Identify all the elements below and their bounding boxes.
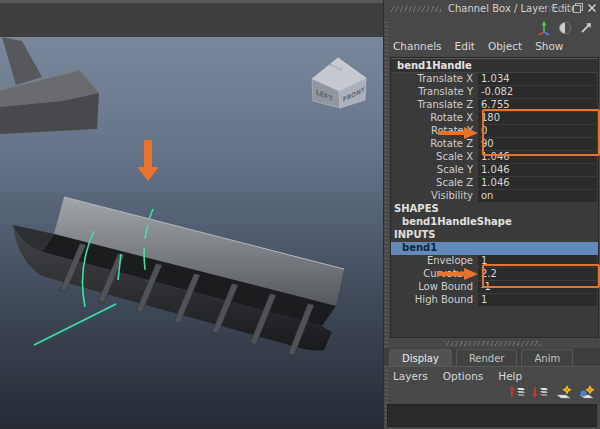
channel-label-rotate-x[interactable]: Rotate X <box>391 112 478 125</box>
channel-row-translate-z[interactable]: Translate Z6.755 <box>391 99 598 112</box>
viewport-top-edge <box>0 0 383 3</box>
channel-rows: Translate X1.034Translate Y-0.082Transla… <box>391 73 598 307</box>
bend1handleshape-label: bend1HandleShape <box>391 216 512 229</box>
channel-row-envelope[interactable]: Envelope1 <box>391 255 598 268</box>
channelbox-menubar: Channels Edit Object Show <box>393 40 563 52</box>
menu-edit[interactable]: Edit <box>455 40 475 52</box>
channel-row-rotate-x[interactable]: Rotate X180 <box>391 112 598 125</box>
inputs-label: INPUTS <box>391 229 436 242</box>
maya-window: LEFT FRONT TOP Channel Box / Layer Edito… <box>0 0 600 429</box>
channel-row-scale-z[interactable]: Scale Z1.046 <box>391 177 598 190</box>
channel-row-rotate-y[interactable]: Rotate Y0 <box>391 125 598 138</box>
channel-value-translate-y[interactable]: -0.082 <box>478 86 597 98</box>
channel-label-envelope[interactable]: Envelope <box>391 255 478 268</box>
move-layer-down-icon[interactable] <box>532 384 549 400</box>
menu-object[interactable]: Object <box>488 40 522 52</box>
layer-editor: Display Render Anim Layers Options Help <box>384 348 600 429</box>
node-header-bend1handle[interactable]: bend1Handle <box>391 58 598 73</box>
new-empty-layer-icon[interactable] <box>555 384 572 400</box>
titlebar-drag-texture[interactable] <box>538 6 570 12</box>
channel-value-rotate-z[interactable]: 90 <box>478 138 597 150</box>
channel-label-high-bound[interactable]: High Bound <box>391 294 478 307</box>
layer-editor-tabs: Display Render Anim <box>384 348 600 367</box>
channel-label-scale-y[interactable]: Scale Y <box>391 164 478 177</box>
channel-label-scale-z[interactable]: Scale Z <box>391 177 478 190</box>
channel-label-translate-y[interactable]: Translate Y <box>391 86 478 99</box>
channel-row-scale-x[interactable]: Scale X1.046 <box>391 151 598 164</box>
panel-splitter-handle[interactable] <box>444 341 540 346</box>
channelbox-tool-icons <box>537 19 593 37</box>
manipulator-axis-icon[interactable] <box>537 20 551 36</box>
move-layer-up-icon[interactable] <box>509 384 526 400</box>
channel-label-low-bound[interactable]: Low Bound <box>391 281 478 294</box>
channel-value-translate-z[interactable]: 6.755 <box>478 99 597 111</box>
channel-value-envelope[interactable]: 1 <box>478 255 597 267</box>
channel-label-translate-z[interactable]: Translate Z <box>391 99 478 112</box>
menu-help[interactable]: Help <box>498 370 522 384</box>
viewport-canvas[interactable]: LEFT FRONT TOP <box>0 0 383 429</box>
channel-value-low-bound[interactable]: -1 <box>478 281 597 293</box>
channel-row-rotate-z[interactable]: Rotate Z90 <box>391 138 598 151</box>
top-slab-object[interactable] <box>0 3 383 37</box>
speed-dial-icon[interactable] <box>558 21 572 35</box>
channel-value-curvature[interactable]: 2.2 <box>478 268 597 280</box>
channel-label-translate-x[interactable]: Translate X <box>391 73 478 86</box>
channel-label-rotate-z[interactable]: Rotate Z <box>391 138 478 151</box>
restore-window-button[interactable] <box>572 2 584 14</box>
channel-value-scale-y[interactable]: 1.046 <box>478 164 597 176</box>
viewport-background <box>0 0 383 429</box>
channel-label-scale-x[interactable]: Scale X <box>391 151 478 164</box>
channel-value-scale-z[interactable]: 1.046 <box>478 177 597 189</box>
layer-editor-menubar: Layers Options Help <box>384 367 600 384</box>
new-layer-from-selected-icon[interactable] <box>578 384 595 400</box>
channel-box-panel: Channel Box / Layer Editor <box>383 0 600 429</box>
channel-row-translate-x[interactable]: Translate X1.034 <box>391 73 598 86</box>
tab-anim[interactable]: Anim <box>521 349 573 366</box>
channel-label-visibility[interactable]: Visibility <box>391 190 478 203</box>
channel-value-scale-x[interactable]: 1.046 <box>478 151 597 163</box>
tab-display[interactable]: Display <box>389 349 452 366</box>
channel-row-curvature[interactable]: Curvature2.2 <box>391 268 598 281</box>
panel-titlebar[interactable]: Channel Box / Layer Editor <box>384 0 600 18</box>
channel-value-high-bound[interactable]: 1 <box>478 294 597 306</box>
channel-value-visibility[interactable]: on <box>478 190 597 202</box>
channel-value-translate-x[interactable]: 1.034 <box>478 73 597 85</box>
menu-options[interactable]: Options <box>443 370 484 384</box>
section-row-shapes[interactable]: SHAPES <box>391 203 598 216</box>
channel-row-visibility[interactable]: Visibilityon <box>391 190 598 203</box>
layer-list-empty[interactable] <box>387 404 597 427</box>
close-panel-button[interactable] <box>586 2 598 14</box>
channel-label-curvature[interactable]: Curvature <box>391 268 478 281</box>
channel-row-low-bound[interactable]: Low Bound-1 <box>391 281 598 294</box>
channel-row-high-bound[interactable]: High Bound1 <box>391 294 598 307</box>
channel-value-rotate-x[interactable]: 180 <box>478 112 597 124</box>
menu-channels[interactable]: Channels <box>393 40 442 52</box>
tab-render[interactable]: Render <box>456 349 518 366</box>
section-row-inputs[interactable]: INPUTS <box>391 229 598 242</box>
channel-value-rotate-y[interactable]: 0 <box>478 125 597 137</box>
selected-row-bend1[interactable]: bend1 <box>391 242 598 255</box>
layer-editor-toolbar <box>384 384 600 402</box>
channel-label-rotate-y[interactable]: Rotate Y <box>391 125 478 138</box>
channel-row-scale-y[interactable]: Scale Y1.046 <box>391 164 598 177</box>
bend1-label: bend1 <box>391 242 437 255</box>
menu-show[interactable]: Show <box>535 40 563 52</box>
menu-layers[interactable]: Layers <box>393 370 428 384</box>
titlebar-drag-texture[interactable] <box>389 6 441 12</box>
channel-row-translate-y[interactable]: Translate Y-0.082 <box>391 86 598 99</box>
hyperbolic-arrow-icon[interactable] <box>579 21 593 35</box>
node-row-bend1handleshape[interactable]: bend1HandleShape <box>391 216 598 229</box>
channel-box: bend1Handle Translate X1.034Translate Y-… <box>390 57 599 338</box>
shapes-label: SHAPES <box>391 203 439 216</box>
